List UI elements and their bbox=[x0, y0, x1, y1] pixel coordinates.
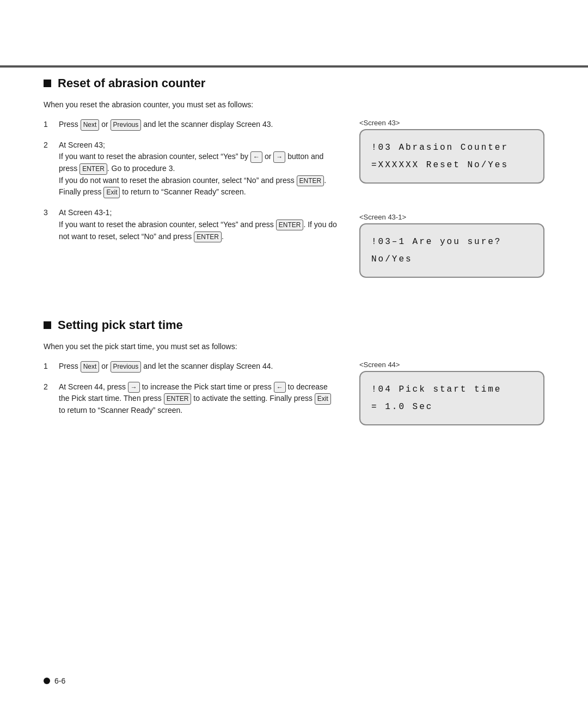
step-number-2-2: 2 bbox=[44, 381, 53, 417]
screen-container-43-1: <Screen 43-1> !03–1 Are you sure? No/Yes bbox=[359, 213, 544, 278]
btn-right-2: → bbox=[128, 382, 140, 393]
screen-box-43-1: !03–1 Are you sure? No/Yes bbox=[359, 223, 544, 278]
screen-43-1-line-2: No/Yes bbox=[371, 251, 532, 268]
section-bullet-2 bbox=[44, 321, 51, 329]
section-intro-1: When you reset the abrasion counter, you… bbox=[44, 100, 544, 109]
section-separator bbox=[44, 302, 544, 318]
btn-previous-2: Previous bbox=[111, 361, 142, 373]
step-text-2-2: At Screen 44, press → to increase the Pi… bbox=[59, 381, 338, 417]
screen-43-line-2: =XXXXXX Reset No/Yes bbox=[371, 156, 532, 174]
top-border bbox=[0, 65, 588, 68]
step-number-1-1: 1 bbox=[44, 119, 53, 131]
btn-exit-1: Exit bbox=[103, 187, 120, 198]
screen-label-43-1: <Screen 43-1> bbox=[359, 213, 544, 221]
btn-enter-3: ENTER bbox=[276, 220, 304, 231]
btn-enter-5: ENTER bbox=[164, 393, 192, 405]
step-number-2-1: 1 bbox=[44, 361, 53, 373]
screen-44-line-2: = 1.0 Sec bbox=[371, 398, 532, 416]
btn-exit-2: Exit bbox=[315, 393, 331, 405]
screen-43-1-line-1: !03–1 Are you sure? bbox=[371, 233, 532, 251]
section-bullet-1 bbox=[44, 80, 51, 87]
step-1-3: 3 At Screen 43-1; If you want to reset t… bbox=[44, 207, 338, 242]
btn-enter-2: ENTER bbox=[297, 175, 324, 187]
steps-left-2: 1 Press Next or Previous and let the sca… bbox=[44, 361, 338, 438]
screen-box-44: !04 Pick start time = 1.0 Sec bbox=[359, 371, 544, 425]
screen-container-43: <Screen 43> !03 Abrasion Counter =XXXXXX… bbox=[359, 119, 544, 184]
step-text-2-1: Press Next or Previous and let the scann… bbox=[59, 361, 338, 373]
page-footer: 6-6 bbox=[44, 676, 65, 685]
section-reset-abrasion: Reset of abrasion counter When you reset… bbox=[44, 76, 544, 291]
step-number-1-2: 2 bbox=[44, 139, 53, 198]
section-pick-start: Setting pick start time When you set the… bbox=[44, 318, 544, 438]
btn-previous-1: Previous bbox=[111, 119, 142, 131]
steps-left-1: 1 Press Next or Previous and let the sca… bbox=[44, 119, 338, 291]
section-title-1: Reset of abrasion counter bbox=[44, 76, 544, 90]
btn-right-1: → bbox=[273, 151, 285, 163]
step-text-1-2: At Screen 43; If you want to reset the a… bbox=[59, 139, 338, 198]
step-text-1-3: At Screen 43-1; If you want to reset the… bbox=[59, 207, 338, 242]
steps-right-2: <Screen 44> !04 Pick start time = 1.0 Se… bbox=[359, 361, 544, 438]
section-heading-1: Reset of abrasion counter bbox=[58, 76, 205, 90]
step-text-1-1: Press Next or Previous and let the scann… bbox=[59, 119, 338, 131]
step-1-1: 1 Press Next or Previous and let the sca… bbox=[44, 119, 338, 131]
right-screens-2: <Screen 44> !04 Pick start time = 1.0 Se… bbox=[359, 361, 544, 438]
step-2-2: 2 At Screen 44, press → to increase the … bbox=[44, 381, 338, 417]
step-2-1: 1 Press Next or Previous and let the sca… bbox=[44, 361, 338, 373]
steps-right-1: <Screen 43> !03 Abrasion Counter =XXXXXX… bbox=[359, 119, 544, 291]
btn-next-2: Next bbox=[81, 361, 100, 373]
section-intro-2: When you set the pick start time, you mu… bbox=[44, 342, 544, 351]
btn-left-1: ← bbox=[250, 151, 262, 163]
page-content: Reset of abrasion counter When you reset… bbox=[0, 0, 588, 482]
section-title-2: Setting pick start time bbox=[44, 318, 544, 332]
step-number-1-3: 3 bbox=[44, 207, 53, 242]
btn-left-2: ← bbox=[274, 382, 286, 393]
section-heading-2: Setting pick start time bbox=[58, 318, 183, 332]
btn-next-1: Next bbox=[81, 119, 100, 131]
footer-bullet bbox=[44, 678, 50, 684]
steps-area-1: 1 Press Next or Previous and let the sca… bbox=[44, 119, 544, 291]
right-screens-1: <Screen 43> !03 Abrasion Counter =XXXXXX… bbox=[359, 119, 544, 291]
page-number: 6-6 bbox=[54, 676, 65, 685]
screen-container-44: <Screen 44> !04 Pick start time = 1.0 Se… bbox=[359, 361, 544, 425]
screen-44-line-1: !04 Pick start time bbox=[371, 381, 532, 398]
btn-enter-4: ENTER bbox=[194, 231, 222, 243]
screen-label-43: <Screen 43> bbox=[359, 119, 544, 127]
screen-43-line-1: !03 Abrasion Counter bbox=[371, 139, 532, 156]
btn-enter-1: ENTER bbox=[79, 163, 107, 175]
screen-label-44: <Screen 44> bbox=[359, 361, 544, 369]
steps-area-2: 1 Press Next or Previous and let the sca… bbox=[44, 361, 544, 438]
screen-box-43: !03 Abrasion Counter =XXXXXX Reset No/Ye… bbox=[359, 129, 544, 184]
step-1-2: 2 At Screen 43; If you want to reset the… bbox=[44, 139, 338, 198]
